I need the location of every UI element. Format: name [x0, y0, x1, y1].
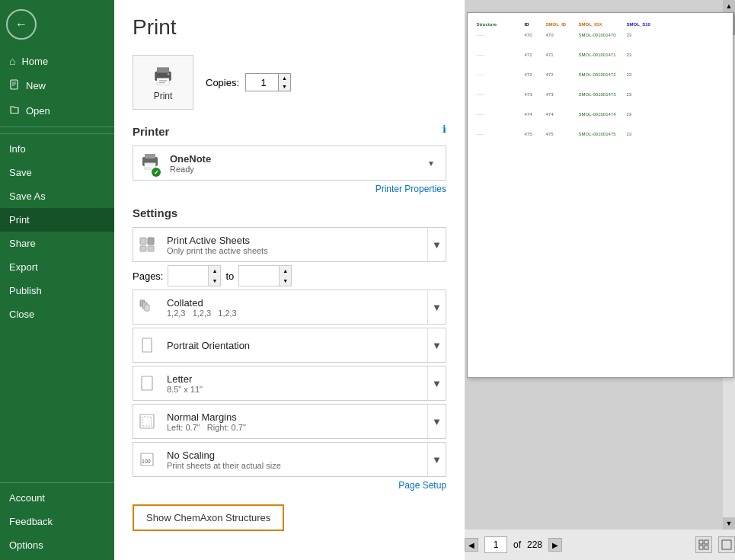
setting-collated[interactable]: Collated 1,2,3 1,2,3 1,2,3 ▼: [133, 290, 446, 325]
setting-margins[interactable]: Normal Margins Left: 0.7" Right: 0.7" ▼: [133, 404, 446, 439]
svg-rect-11: [145, 154, 155, 158]
printer-row[interactable]: ✓ OneNote Ready ▼: [133, 146, 446, 181]
setting-dropdown-letter[interactable]: ▼: [427, 366, 446, 400]
pages-to-down[interactable]: ▼: [280, 276, 291, 286]
setting-letter[interactable]: Letter 8.5" x 11" ▼: [133, 366, 446, 401]
setting-portrait[interactable]: Portrait Orientation ▼: [133, 328, 446, 363]
svg-rect-6: [157, 78, 169, 85]
preview-data-row: ─── 475 475 SMOL-001001475 23: [477, 132, 724, 136]
sidebar-item-export[interactable]: Export: [0, 255, 114, 279]
sidebar-item-info[interactable]: Info: [0, 137, 114, 161]
sidebar-item-new[interactable]: New: [0, 73, 114, 98]
printer-info-icon[interactable]: ℹ: [443, 123, 446, 135]
setting-icon-portrait: [133, 328, 161, 362]
setting-dropdown-portrait[interactable]: ▼: [427, 328, 446, 362]
print-button-label: Print: [154, 91, 173, 101]
page-setup-link[interactable]: Page Setup: [133, 480, 446, 491]
sidebar-item-publish[interactable]: Publish: [0, 279, 114, 302]
sidebar-item-options[interactable]: Options: [0, 533, 114, 557]
pages-to-input[interactable]: ▲ ▼: [238, 265, 292, 286]
sidebar-item-save[interactable]: Save: [0, 161, 114, 184]
sidebar-item-new-label: New: [26, 80, 46, 91]
sidebar-item-share[interactable]: Share: [0, 232, 114, 255]
pages-to-field[interactable]: [239, 266, 279, 286]
setting-text-collated: Collated 1,2,3 1,2,3 1,2,3: [161, 294, 427, 321]
copies-increment[interactable]: ▲: [279, 74, 290, 82]
svg-rect-22: [142, 338, 152, 352]
setting-icon-scaling: 100: [133, 443, 161, 476]
svg-rect-18: [148, 246, 154, 251]
svg-rect-23: [142, 376, 152, 390]
sidebar-item-export-label: Export: [9, 261, 38, 273]
setting-main-collated: Collated: [167, 297, 421, 309]
printer-dropdown-arrow[interactable]: ▼: [427, 159, 439, 168]
pages-from-field[interactable]: [168, 266, 208, 286]
preview-data-row: ─── 470 470 SMOL-001001470 23: [477, 33, 724, 37]
setting-dropdown-scaling[interactable]: ▼: [427, 443, 446, 476]
settings-header: Settings: [133, 206, 446, 219]
preview-data-row: ─── 474 474 SMOL-001001474 23: [477, 112, 724, 117]
setting-main-active-sheets: Print Active Sheets: [167, 235, 421, 246]
printer-section-header: Printer: [133, 125, 446, 138]
sidebar-item-save-label: Save: [9, 167, 32, 178]
copies-input[interactable]: [246, 74, 278, 91]
scroll-up-button[interactable]: ▲: [723, 0, 735, 12]
sidebar-item-saveas[interactable]: Save As: [0, 184, 114, 208]
setting-scaling[interactable]: 100 No Scaling Print sheets at their act…: [133, 442, 446, 477]
setting-main-margins: Normal Margins: [167, 411, 421, 423]
svg-rect-17: [140, 246, 146, 251]
sidebar-item-open[interactable]: Open: [0, 98, 114, 123]
pages-to-up[interactable]: ▲: [280, 266, 291, 276]
svg-text:100: 100: [142, 459, 151, 464]
pages-row: Pages: ▲ ▼ to ▲ ▼: [133, 265, 446, 286]
setting-main-portrait: Portrait Orientation: [167, 340, 421, 351]
printer-info: OneNote Ready: [170, 153, 421, 174]
printer-button-icon: [151, 63, 175, 88]
sidebar-item-close[interactable]: Close: [0, 302, 114, 326]
svg-rect-14: [146, 167, 152, 168]
sidebar-item-home[interactable]: ⌂ Home: [0, 49, 114, 73]
pages-from-up[interactable]: ▲: [209, 266, 220, 276]
preview-data-row: ─── 472 472 SMOL-001001472 23: [477, 72, 724, 77]
setting-print-active-sheets[interactable]: Print Active Sheets Only print the activ…: [133, 227, 446, 262]
printer-name: OneNote: [170, 153, 421, 165]
copies-spinner[interactable]: ▲ ▼: [245, 73, 291, 91]
setting-dropdown-margins[interactable]: ▼: [427, 405, 446, 438]
settings-section: Settings Print Active Sheets Only prin: [133, 206, 446, 491]
setting-sub-active-sheets: Only print the active sheets: [167, 246, 421, 255]
next-page-button[interactable]: ▶: [548, 538, 562, 552]
copies-decrement[interactable]: ▼: [279, 82, 290, 91]
setting-text-portrait: Portrait Orientation: [161, 337, 427, 354]
chemaxon-button[interactable]: Show ChemAxon Structures: [133, 504, 284, 531]
setting-icon-letter: [133, 366, 161, 400]
sidebar-item-print[interactable]: Print: [0, 208, 114, 232]
setting-dropdown-active-sheets[interactable]: ▼: [427, 228, 446, 261]
setting-text-margins: Normal Margins Left: 0.7" Right: 0.7": [161, 408, 427, 435]
setting-dropdown-collated[interactable]: ▼: [427, 290, 446, 324]
preview-sheet: Structure ID SMOL_ID SMOL_IGX SMOL_S10 ─…: [467, 12, 733, 378]
back-button[interactable]: ←: [6, 9, 37, 40]
svg-rect-5: [157, 67, 169, 72]
page-of-label: of: [513, 539, 521, 550]
print-button-area: Print Copies: ▲ ▼: [133, 55, 446, 110]
setting-text-scaling: No Scaling Print sheets at their actual …: [161, 446, 427, 473]
sidebar-item-account[interactable]: Account: [0, 486, 114, 510]
current-page-input[interactable]: [484, 536, 507, 553]
sidebar-item-share-label: Share: [9, 238, 36, 249]
fit-page-button[interactable]: [695, 536, 712, 553]
scroll-down-button[interactable]: ▼: [723, 517, 735, 530]
svg-rect-0: [11, 80, 18, 89]
open-icon: [9, 104, 20, 117]
printer-properties-link[interactable]: Printer Properties: [133, 184, 446, 194]
prev-page-button[interactable]: ◀: [465, 538, 478, 552]
pages-from-input[interactable]: ▲ ▼: [168, 265, 221, 286]
pages-from-down[interactable]: ▼: [209, 276, 220, 286]
setting-text-letter: Letter 8.5" x 11": [161, 370, 427, 397]
preview-panel: ▲ ▼ Structure ID SMOL_ID SMOL_IGX SMOL_S…: [465, 0, 735, 560]
full-page-button[interactable]: [718, 536, 735, 553]
sidebar-item-open-label: Open: [26, 105, 50, 117]
print-button[interactable]: Print: [133, 55, 193, 110]
sidebar-item-feedback[interactable]: Feedback: [0, 510, 114, 533]
sidebar-item-publish-label: Publish: [9, 285, 42, 296]
total-pages: 228: [527, 539, 542, 550]
